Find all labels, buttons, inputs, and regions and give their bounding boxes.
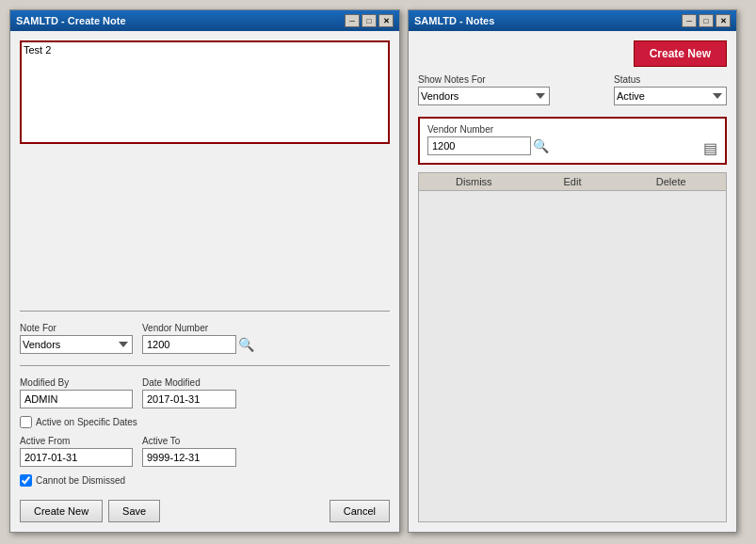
date-modified-label: Date Modified xyxy=(142,377,236,388)
vendor-number-label: Vendor Number xyxy=(142,323,254,333)
create-note-window: SAMLTD - Create Note ─ □ ✕ Test 2 Note F… xyxy=(9,9,400,533)
status-select[interactable]: Active xyxy=(614,87,727,105)
active-from-group: Active From xyxy=(20,436,133,467)
create-note-title-bar: SAMLTD - Create Note ─ □ ✕ xyxy=(10,10,399,31)
notes-minimize-button[interactable]: ─ xyxy=(682,14,697,27)
vendor-number-group: Vendor Number 🔍 xyxy=(142,323,254,354)
dismiss-header: Dismiss xyxy=(425,176,523,187)
create-new-button[interactable]: Create New xyxy=(20,500,103,522)
show-notes-for-label: Show Notes For xyxy=(418,74,550,85)
active-to-group: Active To xyxy=(142,436,236,467)
notes-window: SAMLTD - Notes ─ □ ✕ Create New Show Not… xyxy=(408,9,737,533)
date-modified-group: Date Modified xyxy=(142,377,236,408)
active-from-label: Active From xyxy=(20,436,133,446)
show-notes-status-row: Show Notes For Vendors Status Active xyxy=(418,74,727,105)
active-to-input[interactable] xyxy=(142,448,236,467)
active-specific-row: Active on Specific Dates xyxy=(20,416,390,428)
cannot-dismissed-row: Cannot be Dismissed xyxy=(20,474,390,487)
divider-2 xyxy=(20,365,390,366)
note-for-label: Note For xyxy=(20,323,133,333)
table-view-icon[interactable]: ▤ xyxy=(703,139,717,157)
modified-by-group: Modified By xyxy=(20,377,133,408)
note-textarea[interactable]: Test 2 xyxy=(24,44,386,67)
show-notes-for-select[interactable]: Vendors xyxy=(418,87,550,105)
table-body xyxy=(419,191,726,379)
active-from-input[interactable] xyxy=(20,448,133,467)
cannot-dismissed-label: Cannot be Dismissed xyxy=(36,475,125,486)
notes-table: Dismiss Edit Delete xyxy=(418,172,727,522)
create-note-content: Test 2 Note For Vendors Vendor Number 🔍 xyxy=(10,31,399,532)
show-notes-for-group: Show Notes For Vendors xyxy=(418,74,550,105)
notes-title: SAMLTD - Notes xyxy=(414,15,494,26)
vendor-number-input-row: 🔍 xyxy=(142,335,254,354)
cannot-dismissed-checkbox[interactable] xyxy=(20,474,32,487)
save-button[interactable]: Save xyxy=(108,500,160,522)
action-buttons-row: Create New Save Cancel xyxy=(20,494,390,522)
vendor-search-icon[interactable]: 🔍 xyxy=(238,337,254,352)
vendor-number-input[interactable] xyxy=(142,335,236,354)
minimize-button[interactable]: ─ xyxy=(345,14,360,27)
right-vendor-number-input[interactable] xyxy=(427,136,531,155)
table-header: Dismiss Edit Delete xyxy=(419,173,726,191)
active-specific-label: Active on Specific Dates xyxy=(36,417,137,427)
status-label: Status xyxy=(614,74,727,85)
note-for-group: Note For Vendors xyxy=(20,323,133,354)
modified-row: Modified By Date Modified xyxy=(20,377,390,408)
notes-title-bar: SAMLTD - Notes ─ □ ✕ xyxy=(409,10,736,31)
notes-window-controls: ─ □ ✕ xyxy=(682,14,731,27)
create-new-row: Create New xyxy=(418,40,727,67)
spacer xyxy=(20,152,390,299)
active-to-label: Active To xyxy=(142,436,236,446)
close-button[interactable]: ✕ xyxy=(378,14,394,27)
right-vendor-search-icon[interactable]: 🔍 xyxy=(533,138,549,153)
right-vendor-number-input-row: 🔍 xyxy=(427,136,696,155)
delete-header: Delete xyxy=(621,176,720,187)
notes-maximize-button[interactable]: □ xyxy=(699,14,714,27)
right-vendor-number-label: Vendor Number xyxy=(427,124,696,135)
textarea-container: Test 2 xyxy=(24,44,386,67)
right-vendor-number-group: Vendor Number 🔍 xyxy=(427,124,696,155)
notes-close-button[interactable]: ✕ xyxy=(716,14,731,27)
modified-by-label: Modified By xyxy=(20,377,133,388)
divider-1 xyxy=(20,311,390,312)
note-for-vendor-row: Note For Vendors Vendor Number 🔍 xyxy=(20,323,390,354)
modified-by-input[interactable] xyxy=(20,390,133,408)
vendor-number-box: Vendor Number 🔍 ▤ xyxy=(418,117,727,165)
vendor-number-box-inner: Vendor Number 🔍 ▤ xyxy=(427,124,717,157)
active-specific-checkbox[interactable] xyxy=(20,416,32,428)
active-dates-row: Active From Active To xyxy=(20,436,390,467)
cancel-button[interactable]: Cancel xyxy=(330,500,390,522)
maximize-button[interactable]: □ xyxy=(362,14,377,27)
note-textarea-wrapper: Test 2 xyxy=(20,40,390,144)
create-new-notes-button[interactable]: Create New xyxy=(634,40,727,67)
notes-content: Create New Show Notes For Vendors Status… xyxy=(409,31,736,532)
status-group: Status Active xyxy=(614,74,727,105)
edit-header: Edit xyxy=(523,176,622,187)
date-modified-input[interactable] xyxy=(142,390,236,408)
note-for-select[interactable]: Vendors xyxy=(20,335,133,354)
create-note-title: SAMLTD - Create Note xyxy=(16,15,126,26)
create-note-window-controls: ─ □ ✕ xyxy=(345,14,394,27)
